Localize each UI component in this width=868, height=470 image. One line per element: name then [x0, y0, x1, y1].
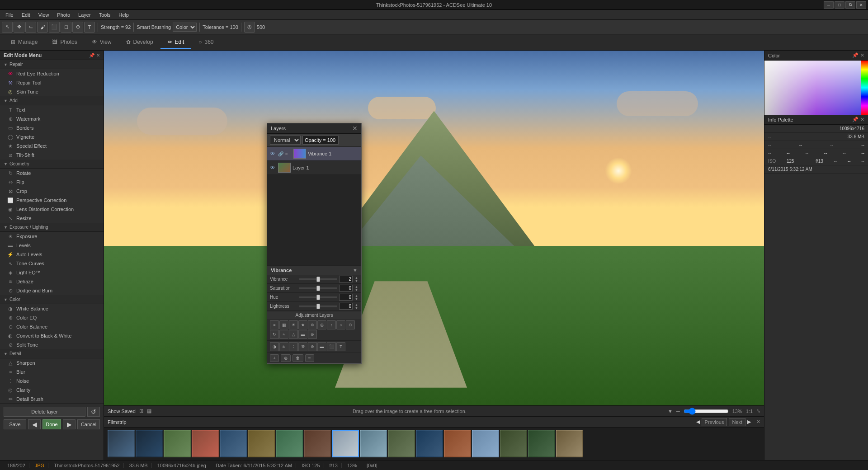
vibrance-spinner[interactable]: ▲ ▼ — [354, 276, 359, 282]
save-btn[interactable]: Save — [4, 419, 26, 429]
menu-red-eye[interactable]: 👁 Red Eye Reduction — [0, 69, 104, 78]
vibrance-expand-icon[interactable]: ▼ — [353, 268, 358, 273]
menu-white-balance[interactable]: ◑ White Balance — [0, 304, 104, 313]
adj-repair-btn[interactable]: ⚒ — [298, 342, 307, 351]
saturation-thumb[interactable] — [316, 286, 320, 291]
menu-skin-tune[interactable]: ◎ Skin Tune — [0, 87, 104, 96]
vibrance-down[interactable]: ▼ — [354, 279, 359, 282]
menu-color-balance[interactable]: ⊝ Color Balance — [0, 322, 104, 331]
thumb-1[interactable] — [108, 430, 135, 457]
adj-noise2-btn[interactable]: ⁚ — [289, 342, 298, 351]
thumb-9-active[interactable] — [332, 430, 359, 457]
color-hue-bar[interactable] — [861, 61, 868, 115]
panel-close-icon[interactable]: ✕ — [96, 53, 100, 58]
prev-btn[interactable]: ◀ — [28, 419, 41, 429]
save-chart-icon[interactable]: ▦ — [147, 408, 151, 414]
tool-select[interactable]: ↖ — [2, 22, 13, 33]
vibrance-up[interactable]: ▲ — [354, 276, 359, 279]
adj-delete-btn[interactable]: 🗑 — [292, 354, 303, 362]
done-btn[interactable]: Done — [42, 419, 61, 429]
hue-down[interactable]: ▼ — [354, 297, 359, 301]
adj-vibrance-btn[interactable]: ★ — [298, 320, 307, 329]
menu-noise[interactable]: ⁚ Noise — [0, 376, 104, 385]
save-grid-icon[interactable]: ⊞ — [139, 408, 143, 414]
menu-text[interactable]: T Text — [0, 105, 104, 114]
adj-gradient-btn[interactable]: ⬛ — [327, 342, 336, 351]
tab-photos[interactable]: 🖼 Photos — [45, 36, 84, 49]
tab-view[interactable]: 👁 View — [85, 36, 119, 49]
adj-text2-btn[interactable]: T — [336, 342, 345, 351]
thumb-17[interactable] — [556, 430, 583, 457]
menu-repair-tool[interactable]: ⚒ Repair Tool — [0, 78, 104, 87]
next-btn[interactable]: ▶ — [63, 419, 75, 429]
menu-exposure[interactable]: ☀ Exposure — [0, 232, 104, 241]
adj-blur2-btn[interactable]: ≈ — [279, 330, 288, 339]
section-detail[interactable]: ▼ Detail — [0, 349, 104, 358]
thumb-16[interactable] — [528, 430, 555, 457]
menu-file[interactable]: File — [2, 11, 17, 19]
layer-layer1[interactable]: 👁 Layer 1 — [267, 161, 361, 175]
adj-coloreq-btn[interactable]: ⊜ — [308, 330, 317, 339]
section-add[interactable]: ▼ Add — [0, 96, 104, 105]
panel-pin-icon[interactable]: 📌 — [89, 53, 94, 58]
tool-clone[interactable]: ⊕ — [72, 22, 83, 33]
lightness-thumb[interactable] — [316, 304, 320, 309]
adj-husat-btn[interactable]: ○ — [336, 320, 345, 329]
thumb-13[interactable] — [444, 430, 471, 457]
menu-help[interactable]: Help — [115, 11, 132, 19]
zoom-slider[interactable] — [684, 408, 729, 415]
thumb-2[interactable] — [136, 430, 163, 457]
hue-value-input[interactable] — [339, 294, 353, 301]
history-btn[interactable]: ↺ — [87, 407, 100, 417]
menu-bw[interactable]: ◐ Convert to Black & White — [0, 331, 104, 340]
hue-spinner[interactable]: ▲ ▼ — [354, 294, 359, 301]
adj-settings-btn[interactable]: ≡ — [305, 354, 314, 362]
tool-lasso[interactable]: ⊂ — [25, 22, 36, 33]
fit-icon[interactable]: ⤡ — [756, 408, 760, 414]
adj-levels2-btn[interactable]: ▬ — [298, 330, 307, 339]
menu-resize[interactable]: ⤡ Resize — [0, 214, 104, 223]
thumb-12[interactable] — [416, 430, 443, 457]
menu-tone-curves[interactable]: ∿ Tone Curves — [0, 259, 104, 268]
adj-white-balance-btn[interactable]: ◑ — [270, 342, 279, 351]
menu-tilt-shift[interactable]: ⧄ Tilt-Shift — [0, 150, 104, 160]
menu-perspective[interactable]: ⬜ Perspective Correction — [0, 196, 104, 205]
color-close-icon[interactable]: ✕ — [860, 52, 864, 58]
thumb-11[interactable] — [388, 430, 415, 457]
menu-levels[interactable]: ▬ Levels — [0, 241, 104, 250]
layer-vibrance1[interactable]: 👁 🔗 ≡ Vibrance 1 — [267, 147, 361, 161]
adj-levels-btn[interactable]: ▦ — [279, 320, 288, 329]
opacity-input[interactable]: Opacity = 100 — [302, 136, 339, 145]
restore-btn[interactable]: ⧉ — [845, 1, 855, 9]
menu-view[interactable]: View — [35, 11, 53, 19]
menu-watermark[interactable]: ⊕ Watermark — [0, 114, 104, 123]
vibrance-value-input[interactable] — [339, 276, 353, 282]
thumb-3[interactable] — [164, 430, 191, 457]
tool-move[interactable]: ✥ — [14, 22, 24, 33]
menu-tools[interactable]: Tools — [95, 11, 114, 19]
menu-flip[interactable]: ⇔ Flip — [0, 178, 104, 187]
adj-fill-btn[interactable]: ▬ — [317, 342, 326, 351]
adj-rotate-btn[interactable]: ↻ — [270, 330, 279, 339]
adj-colorbalance-btn[interactable]: ◎ — [317, 320, 326, 329]
dialog-titlebar[interactable]: Layers ✕ — [267, 123, 361, 134]
vibrance-thumb[interactable] — [316, 277, 320, 282]
saturation-track[interactable] — [299, 287, 337, 289]
smart-brushing-select[interactable]: Color — [173, 23, 197, 32]
thumb-4[interactable] — [192, 430, 219, 457]
color-gradient[interactable] — [764, 61, 868, 115]
menu-crop[interactable]: ⊠ Crop — [0, 187, 104, 196]
filmstrip-prev-btn[interactable]: Previous — [702, 418, 727, 426]
tool-text[interactable]: T — [84, 22, 95, 33]
menu-split-tone[interactable]: ⊘ Split Tone — [0, 340, 104, 349]
adj-duplicate-btn[interactable]: ⊕ — [281, 354, 291, 362]
lightness-value-input[interactable] — [339, 303, 353, 310]
thumb-7[interactable] — [276, 430, 303, 457]
tab-manage[interactable]: ⊞ Manage — [4, 36, 45, 49]
info-close-icon[interactable]: ✕ — [860, 117, 864, 122]
saturation-value-input[interactable] — [339, 285, 353, 291]
menu-vignette[interactable]: ◯ Vignette — [0, 132, 104, 141]
thumb-5[interactable] — [220, 430, 247, 457]
thumb-14[interactable] — [472, 430, 499, 457]
adj-dehaze-btn[interactable]: ≋ — [279, 342, 288, 351]
